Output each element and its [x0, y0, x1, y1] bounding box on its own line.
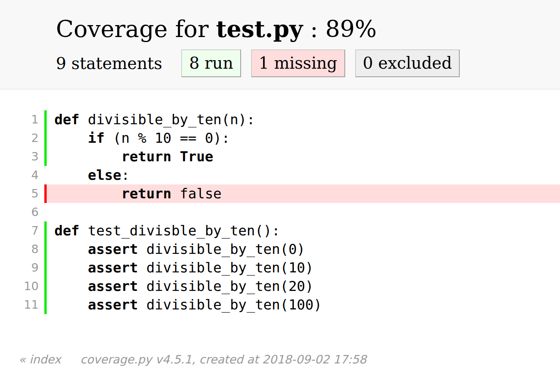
- title-prefix: Coverage for: [56, 15, 216, 42]
- source-line: 8 assert divisible_by_ten(0): [0, 240, 560, 259]
- report-footer: « index coverage.py v4.5.1, created at 2…: [19, 353, 560, 366]
- line-code: if (n % 10 == 0):: [44, 129, 560, 147]
- source-line: 1def divisible_by_ten(n):: [0, 110, 560, 129]
- source-line: 11 assert divisible_by_ten(100): [0, 296, 560, 314]
- source-line: 7def test_divisble_by_ten():: [0, 221, 560, 240]
- source-line: 10 assert divisible_by_ten(20): [0, 277, 560, 296]
- line-code: return True: [44, 147, 560, 166]
- line-number: 1: [0, 110, 39, 129]
- line-number: 8: [0, 240, 39, 259]
- line-number: 11: [0, 296, 39, 314]
- report-header: Coverage for test.py : 89% 9 statements …: [0, 0, 560, 90]
- toggle-excluded-button[interactable]: 0 excluded: [355, 49, 460, 77]
- index-link[interactable]: « index: [19, 353, 61, 366]
- line-number: 2: [0, 129, 39, 147]
- source-line: 3 return True: [0, 147, 560, 166]
- source-line: 5 return false: [0, 184, 560, 203]
- source-line: 6: [0, 203, 560, 221]
- page-title: Coverage for test.py : 89%: [56, 16, 560, 42]
- source-line: 4 else:: [0, 166, 560, 184]
- footer-created-text: coverage.py v4.5.1, created at 2018-09-0…: [80, 353, 366, 366]
- line-number: 5: [0, 184, 39, 203]
- line-number: 6: [0, 203, 39, 221]
- statements-count: 9 statements: [56, 54, 162, 73]
- source-line: 2 if (n % 10 == 0):: [0, 129, 560, 147]
- toggle-run-button[interactable]: 8 run: [181, 49, 241, 77]
- line-number: 10: [0, 277, 39, 296]
- line-code: [44, 203, 560, 221]
- line-code: def test_divisble_by_ten():: [44, 221, 560, 240]
- line-code: assert divisible_by_ten(0): [44, 240, 560, 259]
- line-number: 3: [0, 147, 39, 166]
- line-number: 7: [0, 221, 39, 240]
- toggle-missing-button[interactable]: 1 missing: [251, 49, 345, 77]
- source-line: 9 assert divisible_by_ten(10): [0, 259, 560, 277]
- source-code: 1def divisible_by_ten(n):2 if (n % 10 ==…: [0, 90, 560, 314]
- line-number: 9: [0, 259, 39, 277]
- title-filename: test.py: [216, 15, 303, 42]
- line-number: 4: [0, 166, 39, 184]
- line-code: assert divisible_by_ten(10): [44, 259, 560, 277]
- line-code: def divisible_by_ten(n):: [44, 110, 560, 129]
- line-code: else:: [44, 166, 560, 184]
- line-code: assert divisible_by_ten(100): [44, 296, 560, 314]
- coverage-report-page: Coverage for test.py : 89% 9 statements …: [0, 0, 560, 392]
- stats-row: 9 statements 8 run 1 missing 0 excluded: [56, 49, 560, 77]
- line-code: return false: [44, 184, 560, 203]
- line-code: assert divisible_by_ten(20): [44, 277, 560, 296]
- title-percent: : 89%: [303, 15, 377, 42]
